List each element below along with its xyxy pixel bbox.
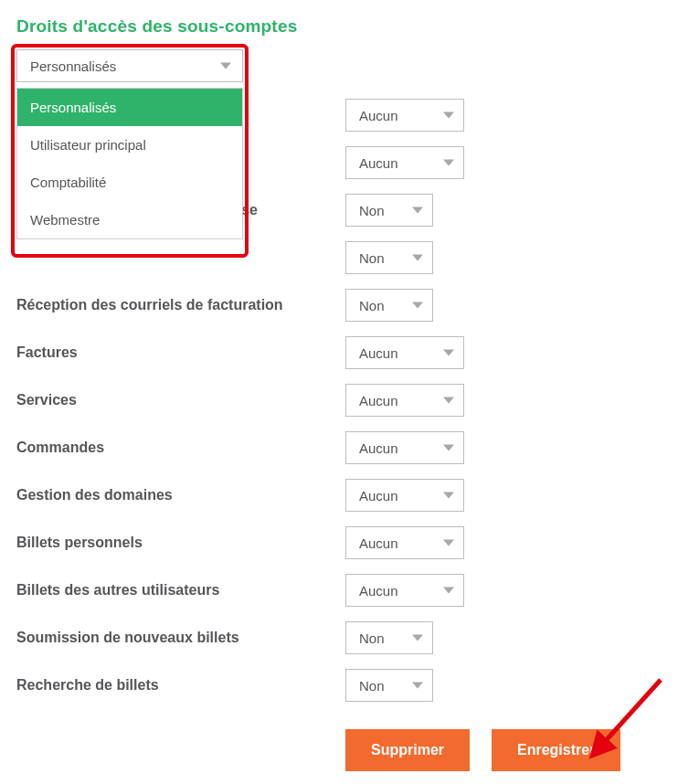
right-label: Réception des courriels de facturation: [16, 297, 345, 313]
right-select[interactable]: Aucun: [345, 336, 464, 369]
right-label: Soumission de nouveaux billets: [16, 630, 345, 646]
right-select-value: Non: [359, 250, 385, 266]
right-select-value: Aucun: [359, 155, 398, 171]
chevron-down-icon: [412, 635, 423, 641]
right-row: Soumission de nouveaux billets Non: [16, 614, 662, 662]
right-label: Commandes: [16, 440, 345, 456]
right-row: Recherche de billets Non: [16, 662, 662, 709]
chevron-down-icon: [443, 350, 454, 356]
right-label: Services: [16, 392, 345, 408]
right-select[interactable]: Non: [345, 194, 433, 227]
right-select-value: Aucun: [359, 393, 398, 408]
right-select-value: Aucun: [359, 535, 398, 551]
right-select[interactable]: Aucun: [345, 526, 464, 559]
chevron-down-icon: [443, 540, 454, 546]
right-select-value: Aucun: [359, 345, 398, 361]
delete-button[interactable]: Supprimer: [345, 729, 470, 771]
profile-dropdown: Personnalisés Personnalisés Utilisateur …: [16, 49, 243, 239]
right-select[interactable]: Aucun: [345, 99, 464, 132]
right-row: Non: [16, 234, 662, 281]
right-select[interactable]: Aucun: [345, 146, 464, 179]
profile-menu: Personnalisés Utilisateur principal Comp…: [16, 88, 243, 239]
profile-option-comptabilite[interactable]: Comptabilité: [17, 164, 242, 201]
chevron-down-icon: [443, 160, 454, 166]
form-actions: Supprimer Enregistrer: [345, 729, 662, 771]
right-label: Recherche de billets: [16, 677, 345, 694]
right-select-value: Non: [359, 203, 385, 218]
chevron-down-icon: [412, 255, 423, 261]
right-label: Gestion des domaines: [16, 487, 345, 503]
chevron-down-icon: [412, 207, 423, 214]
right-label: Billets personnels: [16, 535, 345, 551]
profile-option-webmestre[interactable]: Webmestre: [17, 201, 242, 238]
chevron-down-icon: [443, 493, 454, 499]
right-row: Billets personnels Aucun: [16, 519, 662, 567]
right-select[interactable]: Non: [345, 669, 433, 702]
right-label: Factures: [16, 344, 345, 361]
right-select-value: Aucun: [359, 488, 398, 503]
save-button[interactable]: Enregistrer: [492, 729, 620, 771]
right-select[interactable]: Aucun: [345, 574, 464, 607]
right-select[interactable]: Aucun: [345, 479, 464, 512]
right-select-value: Non: [359, 630, 385, 646]
section-title: Droits d'accès des sous-comptes: [16, 16, 662, 37]
right-select-value: Non: [359, 678, 385, 694]
chevron-down-icon: [412, 302, 423, 309]
right-row: Billets des autres utilisateurs Aucun: [16, 567, 662, 614]
right-select-value: Non: [359, 298, 385, 313]
right-row: Gestion des domaines Aucun: [16, 471, 662, 519]
right-select[interactable]: Aucun: [345, 384, 464, 417]
profile-select-value: Personnalisés: [30, 58, 116, 74]
right-select[interactable]: Non: [345, 289, 433, 322]
right-select[interactable]: Non: [345, 241, 433, 274]
right-select-value: Aucun: [359, 108, 398, 123]
chevron-down-icon: [443, 588, 454, 594]
right-row: Réception des courriels de facturation N…: [16, 281, 662, 329]
chevron-down-icon: [412, 683, 423, 689]
chevron-down-icon: [220, 63, 231, 69]
right-label: Billets des autres utilisateurs: [16, 582, 345, 599]
chevron-down-icon: [443, 397, 454, 404]
right-select[interactable]: Non: [345, 621, 433, 654]
right-row: Commandes Aucun: [16, 424, 662, 471]
profile-option-personnalises[interactable]: Personnalisés: [17, 89, 242, 126]
profile-select[interactable]: Personnalisés: [16, 49, 243, 82]
right-select-value: Aucun: [359, 583, 398, 599]
right-select[interactable]: Aucun: [345, 431, 464, 464]
chevron-down-icon: [443, 445, 454, 451]
chevron-down-icon: [443, 112, 454, 119]
right-row: Factures Aucun: [16, 329, 662, 376]
profile-option-utilisateur-principal[interactable]: Utilisateur principal: [17, 126, 242, 164]
access-rights-form: Personnalisés Personnalisés Utilisateur …: [16, 49, 662, 771]
right-select-value: Aucun: [359, 440, 398, 456]
right-row: Services Aucun: [16, 376, 662, 424]
